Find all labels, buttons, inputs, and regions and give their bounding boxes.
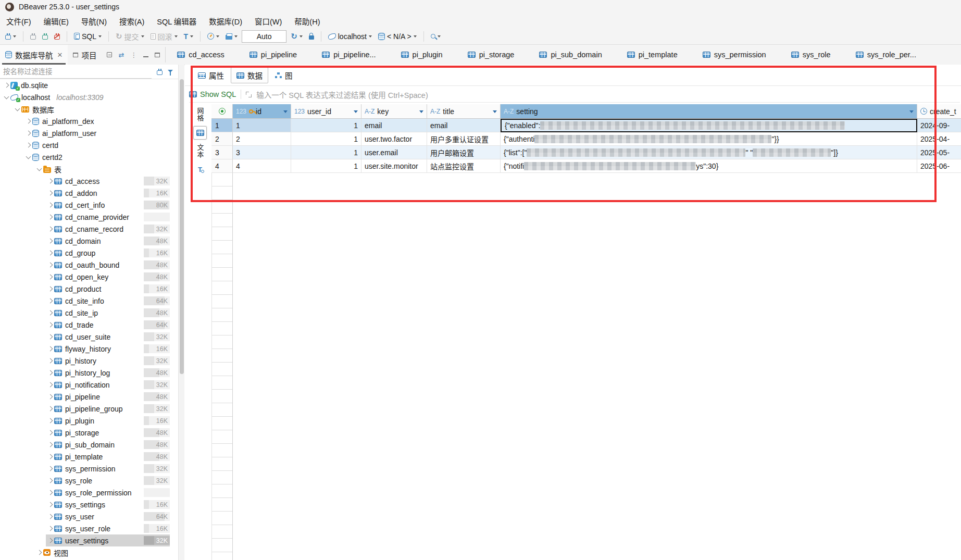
chevron-right-icon[interactable] — [47, 227, 53, 232]
tree-item-sys_role_permission[interactable]: sys_role_permission — [46, 487, 170, 499]
tree-item-cd_cname_record[interactable]: cd_cname_record32K — [46, 223, 170, 235]
tree-item-pi_pipeline_group[interactable]: pi_pipeline_group32K — [46, 403, 170, 415]
tree-item-pi_plugin[interactable]: pi_plugin16K — [46, 415, 170, 427]
editor-tab-pi_template[interactable]: pi_template — [616, 45, 691, 65]
tree-item-cd_site_info[interactable]: cd_site_info64K — [46, 295, 170, 307]
tree-item-cd_trade[interactable]: cd_trade64K — [46, 319, 170, 331]
tree-item-[interactable]: 视图 — [35, 546, 170, 558]
tree-item-certd2[interactable]: certd2 — [24, 151, 170, 163]
result-tab-数据[interactable]: 数据 — [231, 67, 268, 83]
collapse-all-icon[interactable] — [107, 52, 112, 57]
chevron-right-icon[interactable] — [47, 394, 53, 400]
tree-item-user_settings[interactable]: user_settings32K — [46, 534, 170, 546]
new-connection-button[interactable] — [3, 32, 18, 41]
editor-tab-pi_sub_domain[interactable]: pi_sub_domain — [528, 45, 615, 65]
chevron-right-icon[interactable] — [47, 239, 53, 244]
menu-item-5[interactable]: 数据库(D) — [203, 14, 248, 28]
tree-item-pi_history_log[interactable]: pi_history_log48K — [46, 367, 170, 379]
maximize-icon[interactable] — [155, 53, 160, 57]
tree-item-cd_oauth_bound[interactable]: cd_oauth_bound48K — [46, 259, 170, 271]
sidebar-tab-database-navigator[interactable]: 数据库导航 ✕ — [0, 45, 68, 65]
menu-item-4[interactable]: SQL 编辑器 — [151, 14, 203, 28]
cell-setting-row4[interactable]: {"notifiys":30} — [501, 159, 917, 173]
column-header-id[interactable]: 123id — [233, 104, 291, 119]
tree-item-pi_history[interactable]: pi_history32K — [46, 355, 170, 367]
cell-key-row1[interactable]: email — [361, 119, 427, 132]
tree-item-cd_cert_info[interactable]: cd_cert_info80K — [46, 199, 170, 211]
transaction-mode-button[interactable] — [205, 31, 221, 41]
tree-item-cd_site_ip[interactable]: cd_site_ip48K — [46, 307, 170, 319]
minimize-icon[interactable] — [143, 53, 148, 57]
cell-title-row3[interactable]: 用户邮箱设置 — [427, 146, 501, 159]
sort-dropdown-icon[interactable] — [283, 110, 288, 115]
chevron-right-icon[interactable] — [36, 550, 42, 555]
column-header-title[interactable]: A-Ztitle — [427, 104, 501, 119]
chevron-right-icon[interactable] — [26, 119, 31, 124]
cell-create_t-row1[interactable]: 2024-09- — [917, 119, 961, 132]
cell-user_id-row3[interactable]: 1 — [291, 146, 361, 159]
cell-user_id-row4[interactable]: 1 — [291, 159, 361, 173]
chevron-right-icon[interactable] — [47, 179, 53, 184]
rollback-button[interactable]: 回滚 — [148, 30, 180, 43]
tree-item-sys_user[interactable]: sys_user64K — [46, 511, 170, 522]
tree-item-flyway_history[interactable]: flyway_history16K — [46, 343, 170, 355]
tree-item-pi_notification[interactable]: pi_notification32K — [46, 379, 170, 391]
cell-create_t-row4[interactable]: 2025-06- — [917, 159, 961, 173]
text-presentation-button[interactable]: T — [193, 163, 207, 176]
sql-filter-input[interactable]: 输入一个 SQL 表达式来过滤结果 (使用 Ctrl+Space) — [256, 89, 428, 100]
row-header-1[interactable]: 1 — [211, 119, 233, 132]
chevron-right-icon[interactable] — [47, 310, 53, 316]
funnel-icon[interactable] — [168, 70, 173, 75]
chevron-right-icon[interactable] — [47, 191, 53, 196]
editor-tab-sys_role[interactable]: sys_role — [780, 45, 844, 65]
chevron-down-icon[interactable] — [26, 154, 31, 159]
column-header-key[interactable]: A-Zkey — [361, 104, 427, 119]
chevron-right-icon[interactable] — [47, 502, 53, 507]
show-sql-button[interactable]: Show SQL — [189, 90, 236, 98]
editor-tab-pi_pipeline[interactable]: pi_pipeline — [238, 45, 310, 65]
chevron-right-icon[interactable] — [47, 334, 53, 340]
row-header-2[interactable]: 2 — [211, 132, 233, 146]
chevron-right-icon[interactable] — [47, 215, 53, 220]
result-tab-图[interactable]: 图 — [269, 67, 298, 83]
chevron-right-icon[interactable] — [47, 514, 53, 519]
cell-key-row3[interactable]: user.email — [361, 146, 427, 159]
editor-tab-sys_permission[interactable]: sys_permission — [691, 45, 780, 65]
tree-item-cd_user_suite[interactable]: cd_user_suite32K — [46, 331, 170, 343]
chevron-right-icon[interactable] — [47, 263, 53, 268]
close-icon[interactable]: ✕ — [57, 51, 63, 59]
sort-dropdown-icon[interactable] — [493, 110, 497, 115]
cell-id-row3[interactable]: 3 — [233, 146, 291, 159]
connected-filter-icon[interactable] — [157, 70, 163, 75]
disconnect-button[interactable] — [52, 32, 62, 41]
search-button[interactable] — [429, 32, 443, 41]
grid-presentation-button[interactable] — [193, 126, 207, 140]
scrollbar-thumb[interactable] — [180, 79, 184, 374]
chevron-right-icon[interactable] — [4, 83, 9, 88]
tree-item-certd[interactable]: certd — [24, 139, 170, 151]
auto-commit-combo[interactable]: Auto — [242, 30, 286, 43]
tree-item-cd_group[interactable]: cd_group16K — [46, 247, 170, 259]
chevron-right-icon[interactable] — [47, 275, 53, 280]
chevron-right-icon[interactable] — [47, 430, 53, 435]
tree-item-cd_domain[interactable]: cd_domain48K — [46, 235, 170, 247]
chevron-right-icon[interactable] — [47, 454, 53, 459]
cell-key-row2[interactable]: user.two.factor — [361, 132, 427, 146]
chevron-down-icon[interactable] — [15, 106, 20, 111]
row-header-3[interactable]: 3 — [211, 146, 233, 159]
tree-item-pi_pipeline[interactable]: pi_pipeline48K — [46, 391, 170, 403]
expand-filter-icon[interactable] — [246, 92, 252, 97]
sidebar-scrollbar[interactable] — [178, 65, 184, 560]
chevron-right-icon[interactable] — [47, 346, 53, 352]
tree-item-pi_storage[interactable]: pi_storage48K — [46, 427, 170, 439]
chevron-right-icon[interactable] — [47, 538, 53, 543]
chevron-down-icon[interactable] — [36, 166, 42, 171]
link-editor-icon[interactable]: ⇄ — [118, 52, 124, 58]
tree-item-[interactable]: 数据库 — [13, 103, 170, 115]
refresh-button[interactable]: ↻ — [289, 31, 305, 42]
chevron-down-icon[interactable] — [4, 94, 9, 99]
transaction-filter-button[interactable]: T — [182, 31, 196, 42]
tree-item-cd_addon[interactable]: cd_addon16K — [46, 187, 170, 199]
tree-item-[interactable]: 表 — [35, 163, 170, 175]
tree-item-sys_settings[interactable]: sys_settings16K — [46, 499, 170, 511]
